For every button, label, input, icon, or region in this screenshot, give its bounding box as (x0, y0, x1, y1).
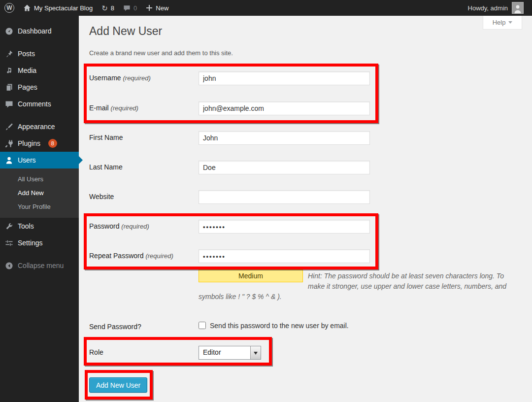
send-password-row: Send Password? Send this password to the… (89, 320, 349, 331)
sidebar-item-media[interactable]: Media (0, 62, 79, 79)
password-strength-meter: Medium (199, 269, 303, 282)
password-input[interactable] (199, 220, 370, 234)
sidebar-item-label: Tools (18, 222, 34, 230)
wordpress-logo-icon: W (4, 3, 14, 13)
send-password-label: Send Password? (89, 320, 199, 331)
sidebar-item-label: Media (18, 67, 36, 74)
comment-count: 0 (133, 4, 137, 12)
pushpin-icon (4, 49, 13, 58)
new-label: New (156, 4, 168, 12)
sidebar-item-plugins[interactable]: Plugins 8 (0, 135, 79, 152)
add-new-user-button[interactable]: Add New User (89, 377, 147, 393)
chevron-down-icon (254, 352, 258, 357)
role-select-value: Editor (199, 346, 250, 359)
sidebar-item-users[interactable]: Users (0, 152, 79, 168)
pages-icon (4, 83, 13, 92)
password-row: Password (required) (89, 220, 370, 234)
role-select[interactable]: Editor (199, 346, 261, 360)
appearance-icon (4, 122, 13, 131)
sidebar-item-comments[interactable]: Comments (0, 96, 79, 112)
sidebar-item-label: Posts (18, 50, 35, 58)
sidebar-item-label: Plugins (18, 139, 40, 147)
comment-bubble-icon (123, 4, 131, 12)
sidebar-item-tools[interactable]: Tools (0, 218, 79, 234)
plugin-icon (4, 139, 13, 148)
page-description: Create a brand new user and add them to … (89, 49, 233, 57)
submenu-item-add-new[interactable]: Add New (0, 186, 79, 200)
users-submenu: All Users Add New Your Profile (0, 168, 79, 218)
sidebar-item-label: Appearance (18, 123, 55, 131)
username-input[interactable] (199, 71, 370, 85)
admin-bar: W My Spectacular Blog ↻ 8 0 New Howdy, a… (0, 0, 532, 16)
role-label: Role (89, 346, 199, 360)
media-icon (4, 66, 13, 75)
admin-sidebar: Dashboard Posts Media Pages Comments (0, 16, 79, 402)
howdy-label: Howdy, admin (468, 4, 508, 12)
help-button[interactable]: Help (483, 16, 522, 30)
username-label: Username (required) (89, 71, 199, 85)
site-name-link[interactable]: My Spectacular Blog (19, 0, 97, 16)
sidebar-item-label: Users (18, 156, 36, 164)
repeat-password-input[interactable] (199, 249, 370, 263)
sidebar-item-label: Settings (18, 239, 43, 247)
submenu-item-all-users[interactable]: All Users (0, 172, 79, 186)
first-name-label: First Name (89, 131, 199, 145)
first-name-row: First Name (89, 131, 370, 145)
password-strength-area: Medium Hint: The password should be at l… (199, 269, 511, 302)
repeat-password-label: Repeat Password (required) (89, 249, 199, 263)
collapse-menu-label: Collapse menu (18, 262, 64, 269)
plus-icon (146, 4, 153, 11)
updates-icon: ↻ (101, 4, 108, 12)
last-name-input[interactable] (199, 161, 370, 174)
collapse-menu-button[interactable]: Collapse menu (0, 257, 79, 274)
site-name-label: My Spectacular Blog (34, 4, 93, 12)
role-row: Role Editor (89, 346, 261, 360)
avatar (512, 2, 524, 14)
comments-icon (4, 100, 13, 108)
dashboard-icon (4, 27, 13, 35)
last-name-label: Last Name (89, 161, 199, 174)
sidebar-item-posts[interactable]: Posts (0, 45, 79, 62)
wordpress-menu[interactable]: W (0, 0, 19, 16)
updates-link[interactable]: ↻ 8 (97, 0, 119, 16)
help-label: Help (493, 19, 506, 26)
users-icon (4, 156, 13, 165)
sidebar-item-dashboard[interactable]: Dashboard (0, 23, 79, 39)
last-name-row: Last Name (89, 161, 370, 174)
website-input[interactable] (199, 190, 370, 204)
send-password-checkbox-label: Send this password to the new user by em… (210, 322, 349, 330)
my-account-link[interactable]: Howdy, admin (464, 0, 532, 16)
email-label: E-mail (required) (89, 101, 199, 115)
chevron-down-icon (508, 21, 512, 26)
home-icon (23, 4, 31, 12)
submenu-item-your-profile[interactable]: Your Profile (0, 200, 79, 214)
sidebar-item-label: Pages (18, 83, 37, 91)
website-label: Website (89, 190, 199, 204)
send-password-checkbox[interactable] (199, 322, 206, 329)
email-row: E-mail (required) (89, 101, 370, 115)
sidebar-item-label: Dashboard (18, 27, 52, 35)
comments-link[interactable]: 0 (119, 0, 141, 16)
select-dropdown-button[interactable] (250, 346, 261, 359)
page-title: Add New User (89, 25, 162, 38)
plugins-update-badge: 8 (48, 139, 57, 148)
settings-icon (4, 238, 13, 247)
new-content-link[interactable]: New (141, 0, 173, 16)
tools-icon (4, 222, 13, 231)
update-count: 8 (111, 4, 114, 12)
collapse-arrow-icon (4, 261, 13, 270)
repeat-password-row: Repeat Password (required) (89, 249, 370, 263)
sidebar-item-pages[interactable]: Pages (0, 79, 79, 96)
password-label: Password (required) (89, 220, 199, 234)
main-content: Help Add New User Create a brand new use… (79, 16, 532, 402)
first-name-input[interactable] (199, 131, 370, 145)
active-menu-arrow (79, 156, 87, 164)
username-row: Username (required) (89, 71, 370, 85)
sidebar-item-appearance[interactable]: Appearance (0, 118, 79, 135)
website-row: Website (89, 190, 370, 204)
sidebar-item-label: Comments (18, 100, 51, 108)
email-input[interactable] (199, 101, 370, 115)
sidebar-item-settings[interactable]: Settings (0, 234, 79, 251)
